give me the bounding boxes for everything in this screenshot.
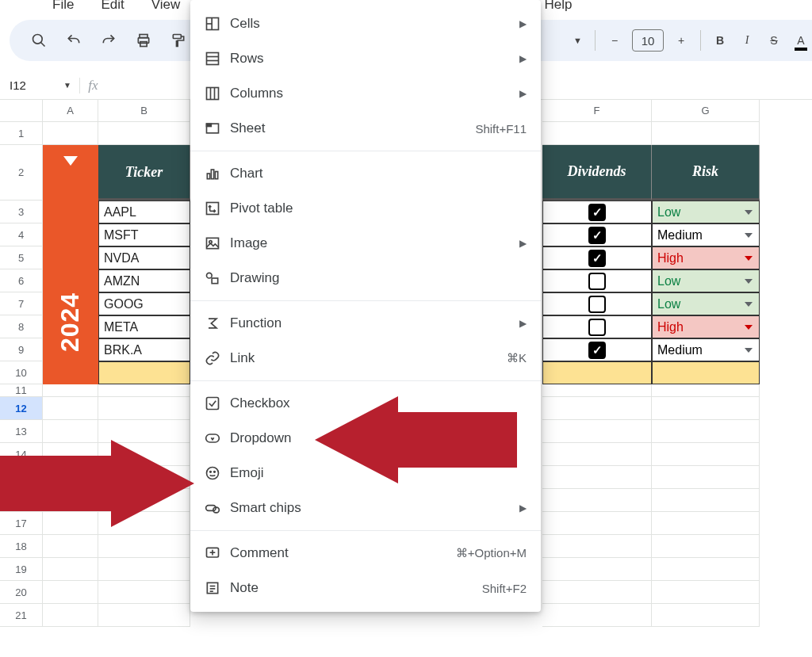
menu-item-rows[interactable]: Rows▶ <box>190 41 541 76</box>
menu-item-chart[interactable]: Chart <box>190 156 541 191</box>
cell-risk[interactable] <box>652 512 760 535</box>
cell[interactable] <box>43 397 98 420</box>
name-box[interactable]: I12 ▼ <box>0 71 79 99</box>
cell-risk[interactable]: Low <box>652 269 760 292</box>
font-size-input[interactable]: 10 <box>632 29 664 52</box>
menu-help[interactable]: Help <box>539 0 576 16</box>
bold-button[interactable]: B <box>709 27 731 54</box>
cell-risk[interactable] <box>652 384 760 397</box>
cell[interactable] <box>98 384 190 397</box>
dropdown-arrow-icon[interactable] <box>745 348 753 353</box>
undo-icon[interactable] <box>60 27 87 54</box>
row-header[interactable]: 5 <box>0 246 43 269</box>
cell-dividends[interactable] <box>542 581 652 604</box>
row-header[interactable]: 10 <box>0 361 43 384</box>
cell[interactable] <box>98 122 190 145</box>
cell-risk[interactable]: High <box>652 315 760 338</box>
print-icon[interactable] <box>130 27 157 54</box>
col-header-G[interactable]: G <box>652 100 760 122</box>
cell-dividends[interactable] <box>542 292 652 315</box>
cell[interactable] <box>43 581 98 604</box>
menu-edit[interactable]: Edit <box>96 0 128 16</box>
cell[interactable]: AMZN <box>98 269 190 292</box>
strikethrough-button[interactable]: S <box>763 27 785 54</box>
checkbox-icon[interactable] <box>588 319 606 336</box>
text-color-button[interactable]: A <box>790 27 812 54</box>
cell-risk[interactable] <box>652 420 760 443</box>
cell-risk[interactable] <box>652 466 760 489</box>
cell-risk[interactable] <box>652 535 760 558</box>
cell-dividends[interactable] <box>542 315 652 338</box>
row-header[interactable]: 9 <box>0 338 43 361</box>
cell[interactable] <box>43 604 98 627</box>
font-dropdown-icon[interactable]: ▼ <box>573 36 582 45</box>
cell-dividends[interactable]: ✓ <box>542 338 652 361</box>
dropdown-arrow-icon[interactable] <box>745 279 753 284</box>
menu-view[interactable]: View <box>147 0 186 16</box>
decrease-font-icon[interactable]: − <box>603 27 626 54</box>
increase-font-icon[interactable]: + <box>670 27 692 54</box>
cell[interactable]: META <box>98 315 190 338</box>
cell-risk[interactable] <box>652 581 760 604</box>
cell-dividends[interactable] <box>542 512 652 535</box>
dropdown-arrow-icon[interactable] <box>745 325 753 330</box>
cell[interactable] <box>98 397 190 420</box>
row-header[interactable]: 7 <box>0 292 43 315</box>
cell-dividends[interactable]: ✓ <box>542 201 652 223</box>
cell[interactable] <box>43 122 98 145</box>
row-header[interactable]: 21 <box>0 604 43 627</box>
cell-dividends[interactable]: ✓ <box>542 223 652 246</box>
paint-format-icon[interactable] <box>165 27 192 54</box>
menu-item-drawing[interactable]: Drawing <box>190 261 541 296</box>
menu-item-smart-chips[interactable]: Smart chips▶ <box>190 491 541 525</box>
menu-item-sheet[interactable]: SheetShift+F11 <box>190 111 541 146</box>
cell-dividends[interactable] <box>542 466 652 489</box>
menu-item-note[interactable]: NoteShift+F2 <box>190 571 541 605</box>
row-header[interactable]: 11 <box>0 384 43 397</box>
cell[interactable]: BRK.A <box>98 338 190 361</box>
cell-risk[interactable]: Low <box>652 201 760 223</box>
cell-risk[interactable] <box>652 397 760 420</box>
name-box-dropdown-icon[interactable]: ▼ <box>63 81 71 90</box>
row-header[interactable]: 8 <box>0 315 43 338</box>
checkbox-icon[interactable] <box>588 296 606 313</box>
cell-risk[interactable] <box>652 361 760 384</box>
cell-risk[interactable]: Medium <box>652 338 760 361</box>
cell-dividends[interactable] <box>542 361 652 384</box>
italic-button[interactable]: I <box>736 27 758 54</box>
col-header-F[interactable]: F <box>542 100 652 122</box>
row-header[interactable]: 20 <box>0 581 43 604</box>
cell-dividends[interactable] <box>542 604 652 627</box>
dropdown-arrow-icon[interactable] <box>745 302 753 307</box>
menu-file[interactable]: File <box>48 0 79 16</box>
cell[interactable] <box>98 581 190 604</box>
menu-item-cells[interactable]: Cells▶ <box>190 6 541 41</box>
search-icon[interactable] <box>25 27 52 54</box>
cell-dividends[interactable]: ✓ <box>542 246 652 269</box>
dropdown-arrow-icon[interactable] <box>745 256 753 261</box>
cell-risk[interactable] <box>652 489 760 512</box>
menu-item-columns[interactable]: Columns▶ <box>190 76 541 111</box>
row-header[interactable]: 6 <box>0 269 43 292</box>
redo-icon[interactable] <box>95 27 122 54</box>
cell[interactable] <box>98 558 190 581</box>
cell-risk[interactable]: High <box>652 246 760 269</box>
col-header-B[interactable]: B <box>98 100 190 122</box>
menu-item-image[interactable]: Image▶ <box>190 226 541 261</box>
filter-arrow-icon[interactable] <box>63 156 78 166</box>
cell[interactable] <box>43 384 98 397</box>
row-header[interactable]: 18 <box>0 535 43 558</box>
select-all-corner[interactable] <box>0 100 43 122</box>
cell[interactable] <box>98 535 190 558</box>
cell[interactable]: MSFT <box>98 223 190 246</box>
cell-risk[interactable]: Medium <box>652 223 760 246</box>
cell-risk[interactable] <box>652 558 760 581</box>
checkbox-icon[interactable] <box>588 273 606 290</box>
cell-dividends[interactable] <box>542 122 652 145</box>
cell-dividends[interactable] <box>542 269 652 292</box>
dropdown-arrow-icon[interactable] <box>745 233 753 238</box>
col-header-A[interactable]: A <box>43 100 98 122</box>
cell[interactable] <box>43 535 98 558</box>
cell-dividends[interactable] <box>542 558 652 581</box>
menu-item-function[interactable]: Function▶ <box>190 306 541 341</box>
